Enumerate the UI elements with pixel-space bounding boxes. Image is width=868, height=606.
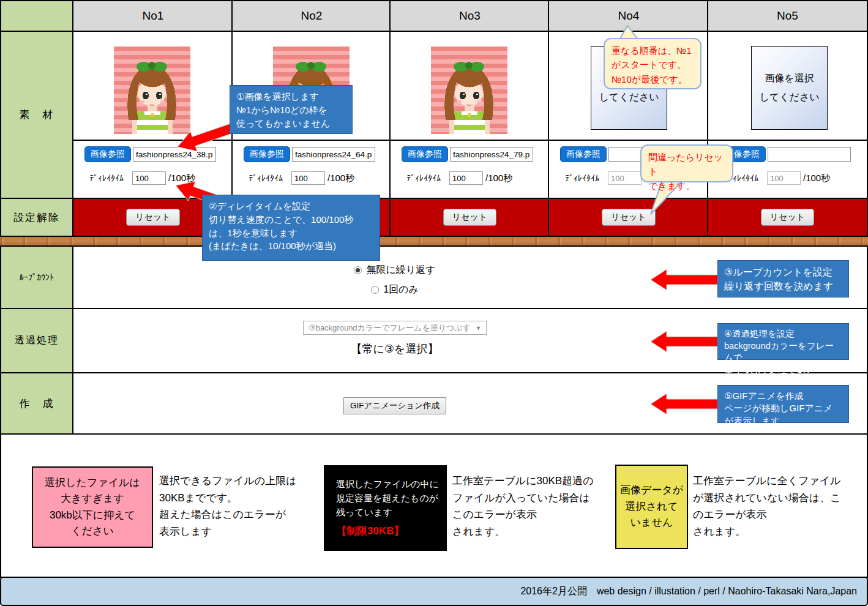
loop-infinite-label: 無限に繰り返す	[366, 264, 435, 275]
column-header-label: No4	[618, 9, 640, 23]
delay-time-input[interactable]	[291, 171, 325, 185]
footer-credit-text: 2016年2月公開 web design / illustation / per…	[520, 585, 857, 598]
callout-step5: ⑤GIFアニメを作成 ページが移動しGIFアニメ が表示します	[717, 385, 849, 423]
filename-input[interactable]	[133, 147, 216, 162]
reset-button[interactable]: リセット	[443, 209, 496, 226]
delay-time-input[interactable]	[608, 171, 642, 185]
error-desc-no-image: 工作室テーブルに全くファイル が選択されていない場合は、こ のエラーが表示 され…	[693, 473, 841, 540]
cell-divider	[233, 140, 391, 141]
bubble-reset-note: 間違ったらリセット できます。	[640, 144, 733, 182]
cell-divider	[391, 140, 549, 141]
radio-unselected-icon[interactable]	[371, 286, 379, 294]
create-gif-button[interactable]: GIFアニメーション作成	[343, 397, 446, 414]
select-image-placeholder: 画像を選択 してください	[751, 46, 828, 130]
row-label-text: 設定解除	[13, 211, 60, 225]
row-label-create: 作 成	[0, 372, 73, 435]
column-header-label: No5	[777, 9, 798, 23]
material-cell-3: 画像参照 ﾃﾞｨﾚｲﾀｲﾑ /100秒	[389, 31, 550, 199]
filename-input[interactable]	[768, 147, 851, 162]
delay-time-input[interactable]	[132, 171, 166, 185]
cell-divider	[73, 140, 233, 141]
error-box-over-limit-text: 選択したファイルの中に 規定容量を超えたものが 残っています	[336, 479, 439, 518]
delay-unit-label: /100秒	[485, 173, 512, 184]
transparency-select[interactable]: ③backgroundカラーでフレームを塗りつぶす ▼	[303, 321, 487, 335]
column-header-label: No3	[459, 9, 481, 23]
dropdown-arrow-icon: ▼	[476, 325, 481, 331]
filename-input[interactable]	[450, 147, 533, 162]
material-cell-1: 画像参照 ﾃﾞｨﾚｲﾀｲﾑ /100秒	[72, 31, 234, 199]
reset-cell-5: リセット	[707, 198, 868, 237]
delay-unit-label: /100秒	[327, 173, 354, 184]
radio-selected-icon[interactable]	[354, 266, 362, 274]
row-label-material: 素 材	[0, 31, 73, 199]
delay-time-label: ﾃﾞｨﾚｲﾀｲﾑ	[565, 173, 599, 183]
error-legend-section: 選択したファイルは 大きすぎます 30kb以下に抑えて ください 選択できるファ…	[0, 433, 868, 578]
bubble-order-note: 重なる順番は、№1 がスタートです。 №10が最後です。	[604, 38, 702, 89]
header-corner-cell	[0, 0, 73, 32]
callout-step4: ④透過処理を設定 backgroundカラーをフレームで 塗りつぶす処理でOK	[717, 323, 849, 360]
delay-time-label: ﾃﾞｨﾚｲﾀｲﾑ	[89, 173, 124, 183]
row-label-transparency: 透過処理	[0, 308, 73, 373]
loop-once-label: 1回のみ	[383, 284, 419, 294]
callout-step3: ③ループカウントを設定 繰り返す回数を決めます	[717, 260, 849, 297]
loop-once-option[interactable]: 1回のみ	[371, 284, 419, 294]
row-label-text: 透過処理	[15, 334, 59, 347]
preview-image-girl	[431, 47, 507, 134]
wood-divider-bar	[0, 237, 868, 246]
browse-image-button[interactable]: 画像参照	[244, 146, 290, 162]
delay-unit-label: /100秒	[168, 173, 195, 184]
cell-divider	[708, 140, 867, 141]
delay-time-input[interactable]	[449, 171, 483, 185]
column-header-no5: No5	[707, 0, 868, 32]
callout-step2: ②ディレイタイムを設定 切り替え速度のことで、100/100秒 は、1秒を意味し…	[202, 195, 380, 261]
column-header-no4: No4	[548, 0, 709, 32]
preview-image-girl	[114, 47, 190, 134]
column-header-no1: No1	[72, 0, 234, 32]
row-label-reset: 設定解除	[0, 198, 73, 237]
row-label-loop-count: ﾙｰﾌﾟｶｳﾝﾄ	[0, 245, 73, 309]
error-box-too-big: 選択したファイルは 大きすぎます 30kb以下に抑えて ください	[32, 466, 153, 548]
column-header-label: No2	[301, 9, 323, 23]
footer-credit-bar: 2016年2月公開 web design / illustation / per…	[0, 577, 868, 606]
reset-button[interactable]: リセット	[126, 209, 179, 226]
delay-time-label: ﾃﾞｨﾚｲﾀｲﾑ	[406, 173, 441, 183]
error-desc-over-limit: 工作室テーブルに30KB超過の ファイルが入っていた場合は このエラーが表示 さ…	[452, 473, 594, 540]
column-header-no2: No2	[231, 0, 392, 32]
loop-infinite-option[interactable]: 無限に繰り返す	[354, 264, 435, 275]
reset-button[interactable]: リセット	[602, 209, 655, 226]
transparency-note: 【常に③を選択】	[73, 342, 716, 356]
delay-time-label: ﾃﾞｨﾚｲﾀｲﾑ	[249, 173, 283, 183]
reset-cell-3: リセット	[389, 198, 550, 237]
browse-image-button[interactable]: 画像参照	[402, 146, 448, 162]
cell-divider	[549, 140, 708, 141]
gif-animation-tool-page: No1 No2 No3 No4 No5 素 材	[0, 0, 868, 606]
filename-input[interactable]	[292, 147, 375, 162]
row-label-text: 素 材	[20, 108, 54, 122]
delay-time-input[interactable]	[767, 171, 801, 185]
row-label-text: ﾙｰﾌﾟｶｳﾝﾄ	[20, 272, 54, 282]
row-label-text: 作 成	[20, 397, 54, 411]
browse-image-button[interactable]: 画像参照	[560, 146, 607, 162]
column-header-no3: No3	[389, 0, 550, 32]
reset-cell-4: リセット	[548, 198, 709, 237]
transparency-select-value: ③backgroundカラーでフレームを塗りつぶす	[309, 323, 471, 334]
reset-button[interactable]: リセット	[761, 209, 814, 226]
error-desc-too-big: 選択できるファイルの上限は 30KBまでです。 超えた場合はこのエラーが 表示し…	[159, 473, 297, 540]
error-box-over-limit: 選択したファイルの中に 規定容量を超えたものが 残っています 【制限30KB】	[324, 465, 447, 551]
delay-unit-label: /100秒	[803, 173, 830, 184]
error-box-no-image: 画像データが 選択されて いません	[615, 465, 688, 549]
column-header-label: No1	[143, 9, 164, 23]
error-box-limit-emphasis: 【制限30KB】	[336, 523, 439, 539]
callout-step1: ①画像を選択します №1から№10どの枠を 使ってもかまいません	[230, 85, 353, 134]
browse-image-button[interactable]: 画像参照	[84, 146, 131, 162]
